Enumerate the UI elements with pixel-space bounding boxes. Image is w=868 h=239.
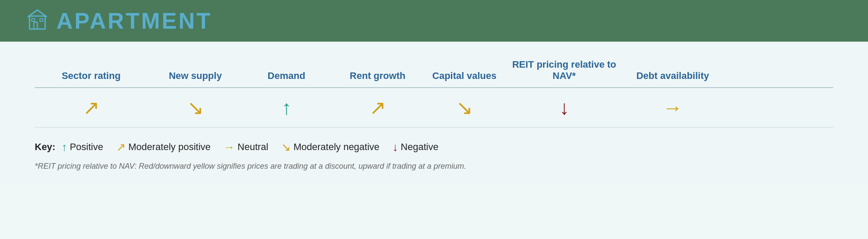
col-header-capital: Capital values	[425, 70, 503, 82]
key-item-mod-negative: ↘ Moderately negative	[281, 141, 379, 154]
svg-rect-3	[40, 19, 43, 21]
svg-rect-1	[34, 22, 37, 29]
key-text-negative: Negative	[401, 141, 438, 153]
key-section: Key: ↑ Positive ↗ Moderately positive → …	[35, 141, 833, 154]
arrow-sector: ↗	[35, 98, 148, 118]
key-text-mod-negative: Moderately negative	[293, 141, 379, 153]
col-header-rent: Rent growth	[330, 70, 425, 82]
arrow-supply: ↘	[148, 98, 243, 118]
arrow-demand: ↑	[243, 98, 330, 118]
col-header-supply: New supply	[148, 70, 243, 82]
arrow-rent: ↗	[330, 98, 425, 118]
key-text-mod-positive: Moderately positive	[128, 141, 211, 153]
column-headers: Sector rating New supply Demand Rent gro…	[35, 59, 833, 88]
footnote: *REIT pricing relative to NAV: Red/downw…	[35, 162, 833, 171]
col-header-sector: Sector rating	[35, 70, 148, 82]
key-item-neutral: → Neutral	[224, 141, 268, 154]
key-text-neutral: Neutral	[237, 141, 268, 153]
key-arrow-neutral: →	[224, 141, 235, 154]
svg-rect-2	[32, 19, 35, 21]
col-header-demand: Demand	[243, 70, 330, 82]
header: APARTMENT	[0, 0, 868, 42]
table-section: Sector rating New supply Demand Rent gro…	[35, 59, 833, 128]
key-arrow-negative: ↓	[392, 141, 398, 154]
apartment-icon	[26, 8, 49, 34]
key-label: Key:	[35, 141, 56, 153]
arrow-capital: ↘	[425, 98, 503, 118]
arrow-reit: ↓	[503, 98, 625, 118]
col-header-debt: Debt availability	[625, 70, 720, 82]
key-arrow-mod-positive: ↗	[116, 141, 126, 154]
main-content: Sector rating New supply Demand Rent gro…	[0, 42, 868, 184]
key-item-mod-positive: ↗ Moderately positive	[116, 141, 211, 154]
key-item-positive: ↑ Positive	[62, 141, 103, 154]
column-arrows: ↗ ↘ ↑ ↗ ↘ ↓ →	[35, 88, 833, 128]
key-text-positive: Positive	[70, 141, 103, 153]
key-item-negative: ↓ Negative	[392, 141, 438, 154]
page-title: APARTMENT	[56, 8, 212, 34]
key-arrow-mod-negative: ↘	[281, 141, 291, 154]
key-arrow-positive: ↑	[62, 141, 67, 154]
arrow-debt: →	[625, 98, 720, 118]
col-header-reit: REIT pricing relative to NAV*	[503, 59, 625, 82]
